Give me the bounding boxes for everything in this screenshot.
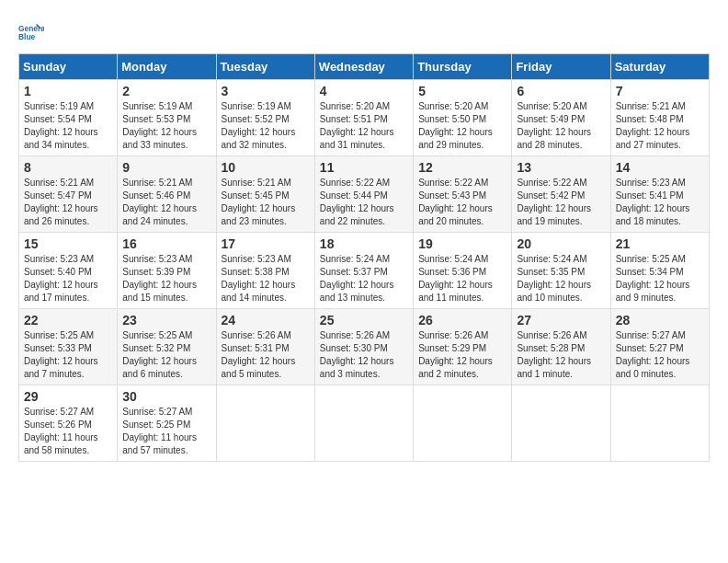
- table-row: 8Sunrise: 5:21 AMSunset: 5:47 PMDaylight…: [19, 156, 118, 233]
- table-row: 29Sunrise: 5:27 AMSunset: 5:26 PMDayligh…: [19, 385, 118, 462]
- calendar-week-1: 1Sunrise: 5:19 AMSunset: 5:54 PMDaylight…: [19, 80, 710, 156]
- table-row: 28Sunrise: 5:27 AMSunset: 5:27 PMDayligh…: [610, 309, 709, 385]
- table-row: 18Sunrise: 5:24 AMSunset: 5:37 PMDayligh…: [314, 233, 413, 309]
- table-row: 13Sunrise: 5:22 AMSunset: 5:42 PMDayligh…: [512, 156, 610, 233]
- svg-text:Blue: Blue: [18, 32, 35, 41]
- table-row: 6Sunrise: 5:20 AMSunset: 5:49 PMDaylight…: [512, 80, 610, 156]
- table-row: 23Sunrise: 5:25 AMSunset: 5:32 PMDayligh…: [118, 309, 216, 385]
- table-row: 15Sunrise: 5:23 AMSunset: 5:40 PMDayligh…: [19, 233, 118, 309]
- table-row: 10Sunrise: 5:21 AMSunset: 5:45 PMDayligh…: [216, 156, 314, 233]
- table-row: 1Sunrise: 5:19 AMSunset: 5:54 PMDaylight…: [19, 80, 118, 156]
- table-row: [414, 385, 512, 462]
- column-header-friday: Friday: [512, 54, 610, 80]
- calendar-week-5: 29Sunrise: 5:27 AMSunset: 5:26 PMDayligh…: [19, 385, 710, 462]
- table-row: 22Sunrise: 5:25 AMSunset: 5:33 PMDayligh…: [19, 309, 118, 385]
- table-row: [216, 385, 314, 462]
- calendar-week-3: 15Sunrise: 5:23 AMSunset: 5:40 PMDayligh…: [19, 233, 710, 309]
- table-row: 9Sunrise: 5:21 AMSunset: 5:46 PMDaylight…: [118, 156, 216, 233]
- calendar-week-2: 8Sunrise: 5:21 AMSunset: 5:47 PMDaylight…: [19, 156, 710, 233]
- table-row: 26Sunrise: 5:26 AMSunset: 5:29 PMDayligh…: [414, 309, 512, 385]
- table-row: 21Sunrise: 5:25 AMSunset: 5:34 PMDayligh…: [610, 233, 709, 309]
- table-row: 14Sunrise: 5:23 AMSunset: 5:41 PMDayligh…: [610, 156, 709, 233]
- table-row: 19Sunrise: 5:24 AMSunset: 5:36 PMDayligh…: [414, 233, 512, 309]
- column-header-saturday: Saturday: [610, 54, 709, 80]
- calendar-week-4: 22Sunrise: 5:25 AMSunset: 5:33 PMDayligh…: [19, 309, 710, 385]
- table-row: 11Sunrise: 5:22 AMSunset: 5:44 PMDayligh…: [314, 156, 413, 233]
- table-row: [314, 385, 413, 462]
- table-row: 25Sunrise: 5:26 AMSunset: 5:30 PMDayligh…: [314, 309, 413, 385]
- table-row: 3Sunrise: 5:19 AMSunset: 5:52 PMDaylight…: [216, 80, 314, 156]
- column-header-thursday: Thursday: [414, 54, 512, 80]
- column-header-tuesday: Tuesday: [216, 54, 314, 80]
- table-row: [512, 385, 610, 462]
- table-row: 2Sunrise: 5:19 AMSunset: 5:53 PMDaylight…: [118, 80, 216, 156]
- column-header-sunday: Sunday: [19, 54, 118, 80]
- column-header-monday: Monday: [118, 54, 216, 80]
- logo: General Blue: [18, 18, 48, 44]
- table-row: 27Sunrise: 5:26 AMSunset: 5:28 PMDayligh…: [512, 309, 610, 385]
- calendar-header-row: SundayMondayTuesdayWednesdayThursdayFrid…: [19, 54, 710, 80]
- table-row: 12Sunrise: 5:22 AMSunset: 5:43 PMDayligh…: [414, 156, 512, 233]
- column-header-wednesday: Wednesday: [314, 54, 413, 80]
- table-row: 24Sunrise: 5:26 AMSunset: 5:31 PMDayligh…: [216, 309, 314, 385]
- table-row: 16Sunrise: 5:23 AMSunset: 5:39 PMDayligh…: [118, 233, 216, 309]
- calendar-table: SundayMondayTuesdayWednesdayThursdayFrid…: [18, 53, 710, 462]
- table-row: 20Sunrise: 5:24 AMSunset: 5:35 PMDayligh…: [512, 233, 610, 309]
- table-row: 4Sunrise: 5:20 AMSunset: 5:51 PMDaylight…: [314, 80, 413, 156]
- table-row: [610, 385, 709, 462]
- page-header: General Blue: [18, 18, 710, 44]
- logo-icon: General Blue: [18, 18, 44, 44]
- table-row: 7Sunrise: 5:21 AMSunset: 5:48 PMDaylight…: [610, 80, 709, 156]
- table-row: 5Sunrise: 5:20 AMSunset: 5:50 PMDaylight…: [414, 80, 512, 156]
- table-row: 30Sunrise: 5:27 AMSunset: 5:25 PMDayligh…: [118, 385, 216, 462]
- table-row: 17Sunrise: 5:23 AMSunset: 5:38 PMDayligh…: [216, 233, 314, 309]
